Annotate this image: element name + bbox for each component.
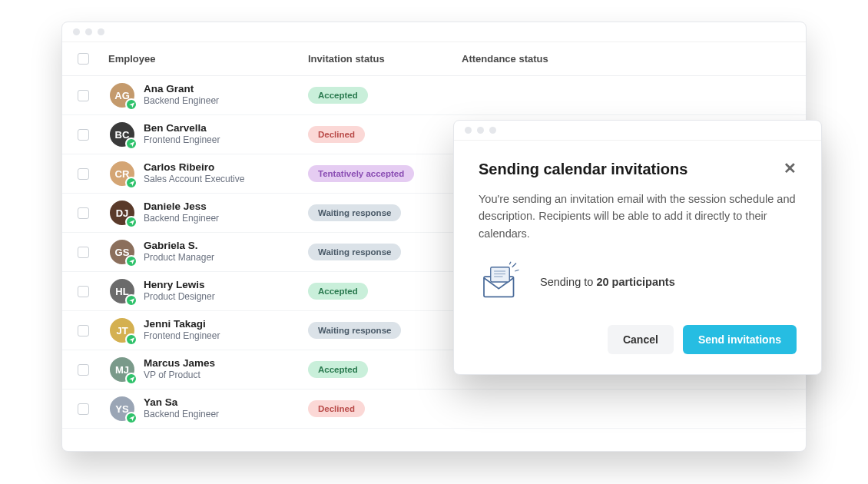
invitation-status-pill: Declined [308, 126, 365, 143]
avatar: BC [108, 121, 136, 148]
invitation-status-pill: Waiting response [308, 244, 401, 260]
window-titlebar [62, 22, 806, 42]
employee-name: Ana Grant [144, 83, 219, 95]
status-badge-icon [125, 138, 137, 150]
avatar: AG [108, 81, 136, 109]
avatar: GS [108, 238, 136, 266]
status-badge-icon [125, 412, 137, 424]
employee-name: Daniele Jess [144, 201, 219, 213]
invitation-status-pill: Tentatively accepted [308, 165, 414, 182]
avatar: YS [108, 395, 136, 423]
svg-line-5 [512, 264, 516, 267]
svg-line-6 [515, 270, 518, 272]
employee-name: Carlos Ribeiro [144, 161, 244, 174]
table-row: AG Ana Grant Backend Engineer Accepted [62, 76, 806, 115]
sending-text: Sending to 20 participants [540, 276, 675, 288]
employee-name: Gabriela S. [144, 240, 214, 252]
traffic-light-dot [98, 28, 104, 35]
employee-role: Backend Engineer [144, 95, 219, 108]
table-row: YS Yan Sa Backend Engineer Declined [62, 390, 806, 429]
invitation-status-pill: Accepted [308, 283, 368, 300]
traffic-light-dot [465, 127, 472, 134]
employee-role: Frontend Engineer [144, 330, 220, 343]
sending-count: 20 participants [596, 276, 674, 288]
column-header-attendance: Attendance status [462, 53, 790, 65]
traffic-light-dot [489, 127, 496, 134]
cancel-button[interactable]: Cancel [608, 325, 674, 354]
row-checkbox[interactable] [78, 364, 89, 376]
avatar: DJ [108, 199, 136, 227]
invitation-status-pill: Accepted [308, 87, 368, 104]
svg-rect-1 [491, 267, 510, 282]
invitation-status-pill: Declined [308, 400, 365, 417]
status-badge-icon [125, 255, 137, 267]
row-checkbox[interactable] [78, 403, 89, 415]
employee-name: Henry Lewis [144, 279, 215, 291]
row-checkbox[interactable] [78, 168, 89, 180]
row-checkbox[interactable] [78, 247, 89, 258]
row-checkbox[interactable] [78, 90, 89, 101]
employee-name: Jenni Takagi [144, 318, 220, 330]
sending-summary: Sending to 20 participants [479, 260, 797, 303]
traffic-light-dot [73, 28, 80, 35]
employee-role: VP of Product [144, 370, 215, 382]
send-invitations-button[interactable]: Send invitations [683, 325, 797, 354]
traffic-light-dot [477, 127, 484, 134]
employee-role: Backend Engineer [144, 213, 219, 225]
status-badge-icon [125, 177, 137, 189]
employee-name: Ben Carvella [144, 122, 220, 134]
select-all-checkbox[interactable] [78, 53, 89, 65]
row-checkbox[interactable] [78, 129, 89, 141]
modal-titlebar [454, 121, 821, 141]
envelope-icon [479, 260, 522, 303]
close-icon[interactable]: ✕ [784, 161, 797, 176]
row-checkbox[interactable] [78, 325, 89, 336]
status-badge-icon [125, 373, 137, 385]
row-checkbox[interactable] [78, 286, 89, 297]
modal-description: You're sending an invitation email with … [479, 191, 797, 242]
employee-role: Sales Account Executive [144, 174, 244, 186]
invitation-status-pill: Waiting response [308, 204, 401, 221]
table-header-row: Employee Invitation status Attendance st… [62, 42, 806, 76]
avatar: CR [108, 160, 136, 187]
traffic-light-dot [85, 28, 92, 35]
send-invitations-modal: Sending calendar invitations ✕ You're se… [453, 120, 822, 375]
status-badge-icon [125, 294, 137, 307]
modal-title: Sending calendar invitations [479, 161, 687, 178]
sending-prefix: Sending to [540, 276, 596, 288]
status-badge-icon [125, 216, 137, 228]
avatar: JT [108, 317, 136, 344]
employee-role: Product Designer [144, 291, 215, 303]
status-badge-icon [125, 333, 137, 346]
avatar: MJ [108, 356, 136, 383]
employee-name: Marcus James [144, 357, 215, 370]
employee-role: Backend Engineer [144, 409, 219, 421]
svg-line-7 [509, 262, 511, 265]
row-checkbox[interactable] [78, 207, 89, 219]
avatar: HL [108, 277, 136, 305]
employee-role: Product Manager [144, 252, 214, 264]
employee-role: Frontend Engineer [144, 134, 220, 147]
column-header-employee: Employee [108, 53, 308, 65]
employee-name: Yan Sa [144, 396, 219, 409]
invitation-status-pill: Waiting response [308, 322, 401, 339]
status-badge-icon [125, 98, 137, 111]
invitation-status-pill: Accepted [308, 361, 368, 378]
column-header-invitation: Invitation status [308, 53, 462, 65]
